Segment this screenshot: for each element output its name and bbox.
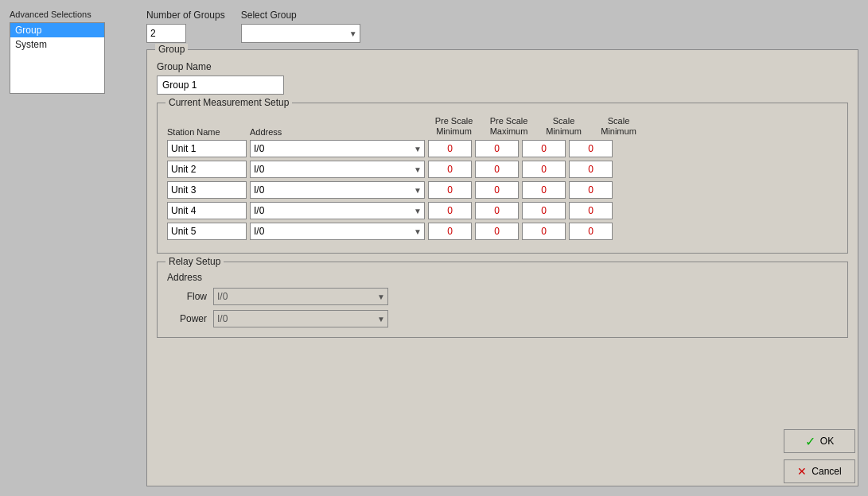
scale-max-4[interactable] bbox=[569, 202, 613, 219]
col-header-prescale-max: Pre Scale Maximum bbox=[483, 116, 535, 137]
prescale-max-4[interactable] bbox=[475, 202, 519, 219]
selection-item-group[interactable]: Group bbox=[10, 23, 104, 37]
prescale-min-4[interactable] bbox=[428, 202, 472, 219]
advanced-selections-title: Advanced Selections bbox=[10, 10, 137, 19]
button-panel: ✓ OK ✕ Cancel bbox=[784, 429, 855, 483]
relay-flow-dropdown[interactable]: I/0 bbox=[213, 288, 388, 305]
table-row: I/0 ▼ bbox=[167, 140, 838, 157]
relay-power-label: Power bbox=[167, 313, 207, 324]
relay-flow-row: Flow I/0 ▼ bbox=[167, 288, 838, 305]
measurement-section: Current Measurement Setup Station Name A… bbox=[157, 103, 848, 254]
ok-label: OK bbox=[820, 436, 834, 447]
selection-item-system[interactable]: System bbox=[10, 37, 104, 52]
select-group-dropdown[interactable] bbox=[241, 24, 360, 43]
address-dropdown-3[interactable]: I/0 bbox=[250, 181, 425, 199]
ok-button[interactable]: ✓ OK bbox=[784, 429, 855, 453]
station-input-1[interactable] bbox=[167, 140, 247, 157]
prescale-min-3[interactable] bbox=[428, 181, 472, 199]
cancel-button[interactable]: ✕ Cancel bbox=[784, 459, 855, 483]
table-row: I/0 ▼ bbox=[167, 202, 838, 219]
scale-max-3[interactable] bbox=[569, 181, 613, 199]
scale-min-4[interactable] bbox=[522, 202, 566, 219]
scale-min-5[interactable] bbox=[522, 223, 566, 240]
col-header-prescale-min: Pre Scale Minimum bbox=[428, 116, 480, 137]
address-dropdown-5[interactable]: I/0 bbox=[250, 223, 425, 240]
scale-min-1[interactable] bbox=[522, 140, 566, 157]
scale-max-1[interactable] bbox=[569, 140, 613, 157]
group-name-input[interactable] bbox=[157, 76, 284, 95]
col-header-station: Station Name bbox=[167, 127, 247, 137]
prescale-max-3[interactable] bbox=[475, 181, 519, 199]
table-row: I/0 ▼ bbox=[167, 181, 838, 199]
prescale-max-2[interactable] bbox=[475, 161, 519, 178]
relay-power-row: Power I/0 ▼ bbox=[167, 310, 838, 327]
prescale-min-2[interactable] bbox=[428, 161, 472, 178]
number-of-groups-input[interactable] bbox=[146, 24, 186, 43]
ok-icon: ✓ bbox=[805, 434, 815, 449]
station-input-5[interactable] bbox=[167, 223, 247, 240]
address-dropdown-4[interactable]: I/0 bbox=[250, 202, 425, 219]
group-section: Group Group Name Current Measurement Set… bbox=[146, 49, 858, 486]
scale-max-5[interactable] bbox=[569, 223, 613, 240]
group-name-label: Group Name bbox=[157, 61, 848, 72]
select-group-label: Select Group bbox=[241, 10, 360, 21]
group-section-title: Group bbox=[155, 44, 188, 55]
measurement-rows: I/0 ▼ I/0 ▼ I/0 bbox=[167, 140, 838, 240]
col-header-address: Address bbox=[250, 127, 425, 137]
scale-min-3[interactable] bbox=[522, 181, 566, 199]
relay-section-title: Relay Setup bbox=[165, 256, 224, 267]
table-row: I/0 ▼ bbox=[167, 223, 838, 240]
cancel-label: Cancel bbox=[812, 466, 841, 477]
scale-min-2[interactable] bbox=[522, 161, 566, 178]
relay-section: Relay Setup Address Flow I/0 ▼ Power bbox=[157, 262, 848, 338]
prescale-max-5[interactable] bbox=[475, 223, 519, 240]
station-input-4[interactable] bbox=[167, 202, 247, 219]
relay-address-label: Address bbox=[167, 272, 838, 283]
col-header-scale-max: Scale Minimum bbox=[593, 116, 644, 137]
measurement-section-title: Current Measurement Setup bbox=[165, 97, 292, 108]
relay-flow-label: Flow bbox=[167, 291, 207, 302]
table-row: I/0 ▼ bbox=[167, 161, 838, 178]
relay-power-dropdown[interactable]: I/0 bbox=[213, 310, 388, 327]
selection-list: Group System bbox=[10, 22, 105, 94]
address-dropdown-1[interactable]: I/0 bbox=[250, 140, 425, 157]
cancel-icon: ✕ bbox=[797, 465, 807, 478]
station-input-2[interactable] bbox=[167, 161, 247, 178]
col-header-scale-min: Scale Minimum bbox=[538, 116, 590, 137]
prescale-max-1[interactable] bbox=[475, 140, 519, 157]
address-dropdown-2[interactable]: I/0 bbox=[250, 161, 425, 178]
scale-max-2[interactable] bbox=[569, 161, 613, 178]
prescale-min-1[interactable] bbox=[428, 140, 472, 157]
station-input-3[interactable] bbox=[167, 181, 247, 199]
prescale-min-5[interactable] bbox=[428, 223, 472, 240]
number-of-groups-label: Number of Groups bbox=[146, 10, 225, 21]
table-header: Station Name Address Pre Scale Minimum P… bbox=[167, 116, 838, 137]
